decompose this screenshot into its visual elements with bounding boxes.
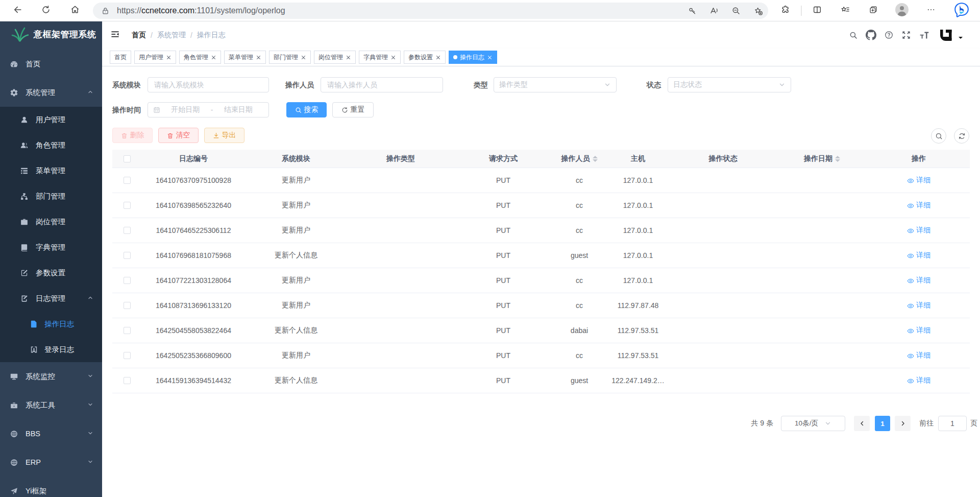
header-search-icon[interactable] xyxy=(849,31,858,40)
table-header-date[interactable]: 操作日期 xyxy=(776,150,868,168)
detail-button[interactable]: 详细 xyxy=(907,201,930,210)
bing-chat-icon[interactable] xyxy=(954,2,969,19)
sidebar-item-bbs[interactable]: BBS xyxy=(0,419,102,448)
detail-button[interactable]: 详细 xyxy=(907,301,930,310)
sidebar-item-yi-framework[interactable]: Yi框架 xyxy=(0,477,102,497)
close-icon[interactable] xyxy=(301,55,306,60)
url-text[interactable]: https://ccnetcore.com:1101/system/log/op… xyxy=(117,6,285,15)
close-icon[interactable] xyxy=(346,55,351,60)
table-header-operator[interactable]: 操作人员 xyxy=(552,150,606,168)
toggle-search-button[interactable] xyxy=(931,128,946,144)
sidebar-item-operation-log[interactable]: 操作日志 xyxy=(0,311,102,337)
sidebar-item-login-log[interactable]: 登录日志 xyxy=(0,337,102,362)
sidebar-item-tools[interactable]: 系统工具 xyxy=(0,391,102,419)
sidebar-item-logs[interactable]: 日志管理 xyxy=(0,286,102,311)
sidebar-item-dicts[interactable]: 字典管理 xyxy=(0,234,102,260)
breadcrumb-home[interactable]: 首页 xyxy=(132,31,146,40)
page-number-1[interactable]: 1 xyxy=(875,416,890,431)
checkbox-icon[interactable] xyxy=(124,155,131,162)
refresh-table-button[interactable] xyxy=(954,128,969,144)
operator-input[interactable] xyxy=(321,77,443,92)
browser-home-button[interactable] xyxy=(70,5,80,17)
browser-back-button[interactable] xyxy=(13,5,23,17)
sidebar-item-params[interactable]: 参数设置 xyxy=(0,260,102,286)
read-aloud-icon[interactable] xyxy=(709,6,719,15)
sidebar-item-monitor[interactable]: 系统监控 xyxy=(0,362,102,391)
checkbox-icon[interactable] xyxy=(124,202,131,209)
close-icon[interactable] xyxy=(211,55,216,60)
reset-button[interactable]: 重置 xyxy=(332,102,374,117)
module-input[interactable] xyxy=(148,77,269,92)
detail-button[interactable]: 详细 xyxy=(907,251,930,260)
checkbox-icon[interactable] xyxy=(124,252,131,259)
favorites-icon[interactable] xyxy=(841,5,850,16)
tag-6[interactable]: 字典管理 xyxy=(359,51,401,64)
collections-icon[interactable] xyxy=(869,5,878,16)
add-favorite-icon[interactable] xyxy=(753,6,763,16)
checkbox-icon[interactable] xyxy=(124,277,131,284)
browser-menu-icon[interactable] xyxy=(926,5,936,16)
tag-5[interactable]: 岗位管理 xyxy=(314,51,356,64)
tag-4[interactable]: 部门管理 xyxy=(269,51,311,64)
checkbox-icon[interactable] xyxy=(124,352,131,359)
checkbox-icon[interactable] xyxy=(124,302,131,309)
hamburger-icon[interactable] xyxy=(111,30,119,40)
browser-refresh-button[interactable] xyxy=(41,5,51,16)
extensions-icon[interactable] xyxy=(781,5,791,16)
export-button[interactable]: 导出 xyxy=(204,128,244,143)
tag-3[interactable]: 菜单管理 xyxy=(224,51,266,64)
font-size-icon[interactable] xyxy=(919,30,929,40)
next-page-button[interactable] xyxy=(895,416,911,431)
app-logo[interactable]: 意框架管理系统 xyxy=(0,21,102,47)
detail-button[interactable]: 详细 xyxy=(907,376,930,385)
table-header-log-id: 日志编号 xyxy=(142,150,245,168)
zoom-out-icon[interactable] xyxy=(731,6,741,15)
search-button[interactable]: 搜索 xyxy=(286,102,327,117)
page-size-select[interactable]: 10条/页 xyxy=(781,416,845,431)
delete-button[interactable]: 删除 xyxy=(112,128,153,143)
sidebar-item-posts[interactable]: 岗位管理 xyxy=(0,209,102,234)
github-icon[interactable] xyxy=(866,30,876,40)
sidebar-item-roles[interactable]: 角色管理 xyxy=(0,132,102,158)
sidebar-item-home[interactable]: 首页 xyxy=(0,50,102,78)
detail-button[interactable]: 详细 xyxy=(907,276,930,285)
detail-button[interactable]: 详细 xyxy=(907,176,930,185)
date-range-picker[interactable]: 开始日期 - 结束日期 xyxy=(148,102,269,117)
close-icon[interactable] xyxy=(166,55,172,60)
clear-button[interactable]: 清空 xyxy=(158,128,199,143)
close-icon[interactable] xyxy=(256,55,261,60)
type-select[interactable]: 操作类型 xyxy=(494,77,617,92)
sidebar-item-users[interactable]: 用户管理 xyxy=(0,107,102,132)
checkbox-icon[interactable] xyxy=(124,227,131,234)
close-icon[interactable] xyxy=(390,55,396,60)
status-select[interactable]: 日志状态 xyxy=(668,77,791,92)
sidebar-item-depts[interactable]: 部门管理 xyxy=(0,183,102,209)
tag-0[interactable]: 首页 xyxy=(110,51,131,64)
sidebar-item-menus[interactable]: 菜单管理 xyxy=(0,158,102,183)
tag-2[interactable]: 角色管理 xyxy=(179,51,221,64)
table-header-select-all[interactable] xyxy=(112,150,142,168)
prev-page-button[interactable] xyxy=(854,416,870,431)
user-avatar-menu[interactable] xyxy=(939,28,963,43)
checkbox-icon[interactable] xyxy=(124,177,131,184)
detail-button[interactable]: 详细 xyxy=(907,326,930,335)
detail-button[interactable]: 详细 xyxy=(907,351,930,360)
tag-7[interactable]: 参数设置 xyxy=(404,51,446,64)
split-screen-icon[interactable] xyxy=(813,5,822,16)
help-icon[interactable] xyxy=(884,30,894,40)
sidebar-item-system[interactable]: 系统管理 xyxy=(0,78,102,107)
checkbox-icon[interactable] xyxy=(124,327,131,334)
fullscreen-icon[interactable] xyxy=(901,30,911,40)
close-icon[interactable] xyxy=(487,55,493,60)
lock-icon[interactable] xyxy=(101,7,110,15)
tag-8[interactable]: 操作日志 xyxy=(449,51,497,64)
tag-1[interactable]: 用户管理 xyxy=(134,51,176,64)
close-icon[interactable] xyxy=(435,55,441,60)
browser-profile-avatar[interactable] xyxy=(895,3,909,18)
detail-button[interactable]: 详细 xyxy=(907,226,930,235)
sidebar-item-erp[interactable]: ERP xyxy=(0,448,102,477)
jump-page-input[interactable] xyxy=(938,416,967,431)
address-bar[interactable]: https://ccnetcore.com:1101/system/log/op… xyxy=(93,3,768,19)
checkbox-icon[interactable] xyxy=(124,377,131,384)
password-key-icon[interactable] xyxy=(688,7,697,15)
